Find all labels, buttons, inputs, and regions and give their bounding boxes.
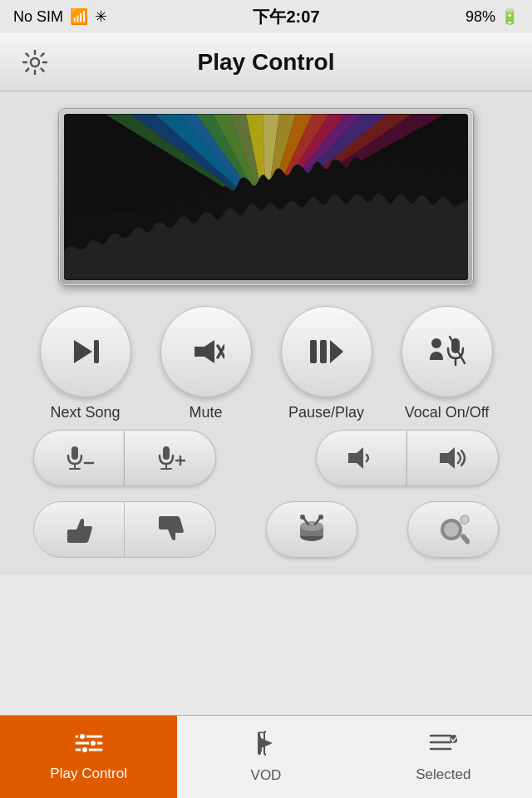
thumbs-up-button[interactable] <box>33 501 125 558</box>
spinner-icon: ✳ <box>95 7 107 26</box>
svg-rect-32 <box>71 446 78 460</box>
pause-play-wrap: Pause/Play <box>281 306 372 421</box>
mic-up-button[interactable] <box>125 430 216 486</box>
svg-point-61 <box>81 746 88 753</box>
pause-play-label: Pause/Play <box>288 404 364 421</box>
mute-button[interactable] <box>160 306 252 397</box>
tambourine-button[interactable] <box>407 501 499 558</box>
tab-selected-label: Selected <box>416 766 470 783</box>
controls-row-1: Next Song Mute Pause/Play <box>25 306 507 421</box>
play-control-icon <box>75 732 103 761</box>
svg-rect-36 <box>163 446 170 460</box>
battery-label: 98% <box>466 8 495 26</box>
tab-play-control-label: Play Control <box>50 766 127 782</box>
svg-marker-41 <box>348 447 363 469</box>
svg-rect-54 <box>460 533 470 545</box>
album-art-wrapper <box>58 108 474 286</box>
svg-point-59 <box>79 733 86 740</box>
drum-button[interactable] <box>266 501 357 558</box>
status-bar: No SIM 📶 ✳ 下午2:07 98% 🔋 <box>0 0 532 33</box>
svg-point-0 <box>31 58 39 66</box>
mic-down-button[interactable] <box>33 430 125 486</box>
mute-label: Mute <box>189 404 222 421</box>
vod-icon: ♪ <box>254 730 278 762</box>
mic-volume-group <box>33 430 216 486</box>
volume-group <box>316 430 499 486</box>
svg-point-47 <box>300 521 323 531</box>
tab-vod[interactable]: ♪ VOD <box>177 716 354 798</box>
svg-rect-26 <box>320 340 327 363</box>
tab-play-control[interactable]: Play Control <box>0 716 177 798</box>
wifi-icon: 📶 <box>70 7 88 26</box>
svg-point-28 <box>431 338 441 348</box>
svg-marker-27 <box>330 340 343 363</box>
vol-down-button[interactable] <box>316 430 407 486</box>
svg-rect-21 <box>94 340 99 363</box>
battery-icon: 🔋 <box>500 7 519 26</box>
status-left: No SIM 📶 ✳ <box>13 7 107 26</box>
thumbs-group <box>33 501 216 558</box>
pause-play-button[interactable] <box>281 306 372 397</box>
selected-icon <box>429 731 457 761</box>
vocal-label: Vocal On/Off <box>405 404 490 421</box>
settings-button[interactable] <box>17 44 53 81</box>
svg-marker-22 <box>195 340 214 363</box>
svg-point-55 <box>461 515 469 524</box>
tab-selected[interactable]: Selected <box>355 716 532 798</box>
tab-vod-label: VOD <box>251 767 282 784</box>
main-content: Next Song Mute Pause/Play <box>0 91 532 574</box>
header: Play Control <box>0 33 532 91</box>
svg-point-51 <box>318 515 323 520</box>
controls-row-2 <box>25 430 507 486</box>
tab-bar: Play Control ♪ VOD Selected <box>0 715 532 798</box>
mute-wrap: Mute <box>160 306 252 421</box>
svg-marker-42 <box>440 447 455 469</box>
svg-point-53 <box>444 522 459 537</box>
next-song-label: Next Song <box>50 404 120 421</box>
carrier-label: No SIM <box>13 8 63 26</box>
next-song-button[interactable] <box>40 306 131 397</box>
svg-text:♪: ♪ <box>256 733 267 756</box>
page-title: Play Control <box>198 49 335 76</box>
svg-rect-25 <box>310 340 317 363</box>
time-label: 下午2:07 <box>253 6 319 28</box>
controls-row-3 <box>25 501 507 558</box>
next-song-wrap: Next Song <box>40 306 131 421</box>
svg-point-60 <box>90 740 96 746</box>
svg-rect-44 <box>159 516 165 530</box>
svg-rect-43 <box>67 530 74 543</box>
status-right: 98% 🔋 <box>466 7 519 26</box>
vocal-button[interactable] <box>401 306 493 397</box>
album-art <box>64 114 468 280</box>
vol-up-button[interactable] <box>407 430 499 486</box>
svg-point-50 <box>300 515 305 520</box>
thumbs-down-button[interactable] <box>125 501 216 558</box>
svg-marker-20 <box>74 340 92 363</box>
vocal-wrap: Vocal On/Off <box>401 306 493 421</box>
